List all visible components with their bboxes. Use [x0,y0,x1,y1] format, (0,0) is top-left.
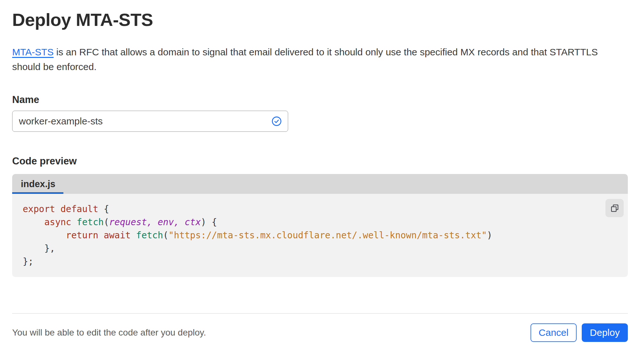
code-line: async fetch(request, env, ctx) { [23,216,602,229]
name-label: Name [12,94,628,106]
code-line: }, [23,242,602,255]
code-line: }; [23,255,602,268]
copy-code-button[interactable] [605,199,624,217]
tab-index-js[interactable]: index.js [12,174,63,194]
page-title: Deploy MTA-STS [12,10,628,30]
code-area: export default { async fetch(request, en… [12,194,628,277]
copy-icon [610,203,620,213]
code-content: export default { async fetch(request, en… [23,202,602,268]
code-tabbar: index.js [12,174,628,194]
mta-sts-link[interactable]: MTA-STS [12,47,53,57]
code-line: return await fetch("https://mta-sts.mx.c… [23,229,602,242]
cancel-button[interactable]: Cancel [531,323,577,342]
description: MTA-STS is an RFC that allows a domain t… [12,45,622,74]
description-text: is an RFC that allows a domain to signal… [12,47,598,72]
code-preview-label: Code preview [12,155,628,167]
name-input[interactable] [19,111,271,131]
check-circle-icon [271,116,282,127]
code-preview-block: index.js export default { async fetch(re… [12,174,628,277]
footer: You will be able to edit the code after … [12,314,628,342]
code-line: export default { [23,202,602,216]
footer-actions: Cancel Deploy [531,323,628,342]
footer-note: You will be able to edit the code after … [12,328,206,338]
name-input-wrap [12,111,288,132]
deploy-button[interactable]: Deploy [582,323,628,342]
tab-label: index.js [21,179,55,189]
deploy-mta-sts-page: Deploy MTA-STS MTA-STS is an RFC that al… [0,10,640,364]
